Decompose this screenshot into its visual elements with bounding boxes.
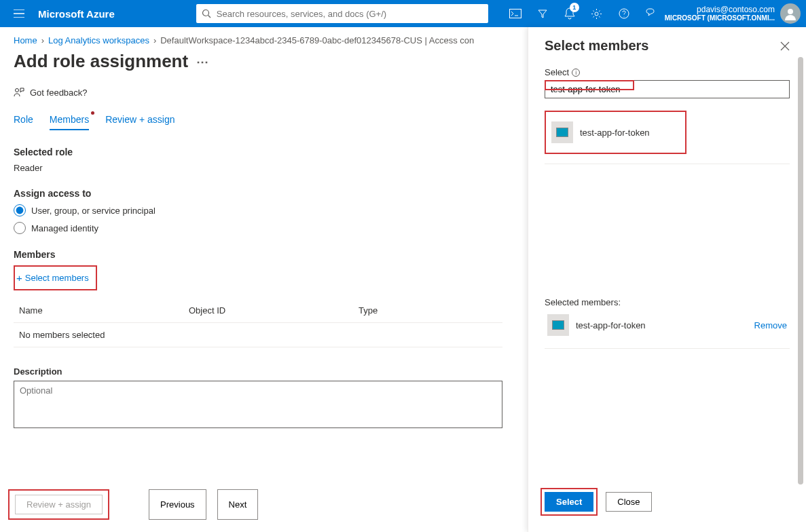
notifications-icon[interactable]: 1 — [556, 0, 583, 27]
feedback-icon[interactable] — [638, 0, 665, 27]
notification-badge: 1 — [570, 3, 579, 12]
breadcrumb-current: DefaultWorkspace-1234abcd-2345-6789-0abc… — [160, 35, 474, 45]
col-id: Object ID — [189, 305, 359, 316]
selected-members-heading: Selected members: — [545, 297, 790, 307]
menu-icon[interactable] — [5, 0, 33, 27]
previous-button[interactable]: Previous — [149, 489, 206, 520]
tab-members[interactable]: Members — [50, 110, 89, 130]
description-input[interactable] — [14, 381, 502, 428]
avatar[interactable] — [780, 3, 801, 24]
radio-user-input[interactable] — [14, 204, 26, 216]
breadcrumb-home[interactable]: Home — [14, 35, 37, 45]
tab-role[interactable]: Role — [14, 110, 33, 130]
cloud-shell-icon[interactable] — [502, 0, 529, 27]
highlight-review-assign: Review + assign — [8, 489, 109, 520]
remove-link[interactable]: Remove — [754, 320, 787, 330]
highlight-select-members: + Select members — [14, 265, 97, 290]
search-input[interactable] — [217, 9, 483, 19]
brand[interactable]: Microsoft Azure — [38, 8, 115, 20]
divider — [545, 348, 790, 349]
col-name: Name — [19, 305, 189, 316]
close-button[interactable]: Close — [606, 492, 651, 512]
account-email: pdavis@contoso.com — [665, 5, 775, 14]
svg-point-3 — [595, 12, 598, 16]
breadcrumb-law[interactable]: Log Analytics workspaces — [48, 35, 149, 45]
plus-icon: + — [16, 272, 22, 284]
global-search[interactable] — [196, 4, 488, 23]
divider — [545, 164, 790, 164]
highlight-result: test-app-for-token — [545, 111, 686, 154]
panel-title: Select members — [545, 38, 648, 54]
review-assign-button[interactable]: Review + assign — [15, 495, 103, 514]
page-title: Add role assignment — [14, 51, 188, 72]
svg-point-0 — [202, 10, 208, 16]
tab-dot-icon — [91, 111, 94, 115]
app-icon — [547, 314, 569, 336]
top-bar: Microsoft Azure 1 pdavis@contoso.com MIC… — [0, 0, 806, 27]
svg-rect-2 — [509, 10, 521, 18]
account-tenant: MICROSOFT (MICROSOFT.ONMI... — [665, 14, 775, 22]
app-icon — [551, 121, 573, 143]
panel-footer: Select Close — [528, 480, 806, 532]
help-icon[interactable] — [610, 0, 638, 27]
svg-point-6 — [16, 89, 19, 92]
radio-mi-input[interactable] — [14, 222, 26, 234]
search-icon — [202, 9, 211, 18]
select-button[interactable]: Select — [545, 492, 593, 512]
select-members-panel: Select members Select i test-app-for-tok… — [528, 27, 806, 532]
more-icon[interactable]: ⋯ — [196, 54, 208, 69]
members-table: Name Object ID Type No members selected — [14, 299, 502, 347]
table-header: Name Object ID Type — [14, 299, 502, 322]
close-icon[interactable] — [780, 41, 790, 51]
next-button[interactable]: Next — [217, 489, 259, 520]
search-result-item[interactable]: test-app-for-token — [549, 115, 653, 150]
select-field-label: Select i — [545, 67, 790, 77]
selected-member-item: test-app-for-token Remove — [545, 307, 790, 343]
panel-scrollbar[interactable] — [798, 54, 805, 499]
col-type: Type — [359, 305, 494, 316]
svg-line-1 — [208, 16, 210, 18]
filter-icon[interactable] — [529, 0, 556, 27]
result-name: test-app-for-token — [580, 128, 650, 138]
info-icon[interactable]: i — [572, 69, 580, 77]
selected-member-name: test-app-for-token — [576, 320, 646, 330]
person-feedback-icon — [14, 87, 24, 98]
svg-point-5 — [788, 9, 793, 14]
settings-icon[interactable] — [583, 0, 610, 27]
highlight-select-button: Select — [541, 488, 598, 516]
table-row-empty: No members selected — [14, 322, 502, 347]
highlight-search-input — [545, 80, 634, 90]
tab-review[interactable]: Review + assign — [105, 110, 175, 130]
account-info[interactable]: pdavis@contoso.com MICROSOFT (MICROSOFT.… — [665, 5, 780, 22]
select-members-link[interactable]: + Select members — [16, 268, 92, 288]
